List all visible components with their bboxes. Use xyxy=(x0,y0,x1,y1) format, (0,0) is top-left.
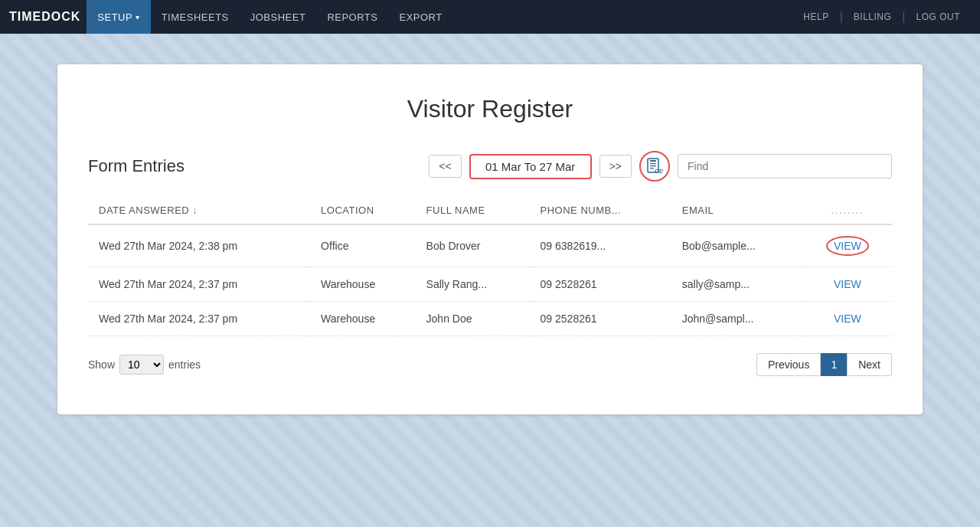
cell-email: John@sampl... xyxy=(671,302,803,336)
current-page: 1 xyxy=(821,353,847,376)
nav-timesheets[interactable]: TIMESHEETS xyxy=(151,0,240,34)
date-range-display: 01 Mar To 27 Mar xyxy=(469,154,592,179)
cell-view[interactable]: VIEW xyxy=(803,267,892,302)
toolbar: Form Entries << 01 Mar To 27 Mar >> CSV xyxy=(88,151,892,182)
next-date-button[interactable]: >> xyxy=(599,155,632,178)
cell-location: Warehouse xyxy=(310,267,415,302)
cell-view[interactable]: VIEW xyxy=(803,224,892,267)
nav-export[interactable]: EXPORT xyxy=(388,0,452,34)
cell-date: Wed 27th Mar 2024, 2:37 pm xyxy=(88,302,310,336)
cell-view[interactable]: VIEW xyxy=(803,302,892,336)
cell-email: Bob@sample... xyxy=(671,224,803,267)
entries-table: DATE ANSWERED ↓ LOCATION FULL NAME PHONE… xyxy=(88,197,892,336)
cell-phone: 09 2528261 xyxy=(530,267,671,302)
csv-export-button[interactable]: CSV xyxy=(639,151,670,182)
svg-rect-4 xyxy=(650,168,654,169)
svg-rect-1 xyxy=(650,160,656,162)
show-label: Show xyxy=(88,358,115,371)
setup-dropdown-arrow: ▾ xyxy=(136,13,140,21)
nav-help[interactable]: HELP xyxy=(792,0,839,34)
col-date-answered: DATE ANSWERED ↓ xyxy=(88,197,310,224)
cell-fullname: Sally Rang... xyxy=(416,267,530,302)
table-row: Wed 27th Mar 2024, 2:37 pm Warehouse Joh… xyxy=(88,302,892,336)
col-location: LOCATION xyxy=(310,197,415,224)
prev-date-button[interactable]: << xyxy=(429,155,461,178)
next-button[interactable]: Next xyxy=(847,353,892,376)
find-input[interactable] xyxy=(678,154,892,178)
nav-logout[interactable]: LOG OUT xyxy=(905,0,971,34)
entries-label: entries xyxy=(168,358,201,371)
cell-location: Warehouse xyxy=(310,302,415,336)
navbar: TIMEDOCK SETUP ▾ TIMESHEETS JOBSHEET REP… xyxy=(0,0,980,34)
svg-text:CSV: CSV xyxy=(655,169,663,174)
main-card: Visitor Register Form Entries << 01 Mar … xyxy=(57,64,923,414)
csv-icon: CSV xyxy=(646,158,663,175)
cell-phone: 09 2528261 xyxy=(530,302,671,336)
cell-phone: 09 6382619... xyxy=(530,224,671,267)
col-phone: PHONE NUMB... xyxy=(530,197,671,224)
page-title: Visitor Register xyxy=(88,95,892,123)
view-button[interactable]: VIEW xyxy=(826,236,869,256)
nav-reports[interactable]: REPORTS xyxy=(316,0,388,34)
cell-email: sally@samp... xyxy=(671,267,803,302)
cell-date: Wed 27th Mar 2024, 2:37 pm xyxy=(88,267,310,302)
table-row: Wed 27th Mar 2024, 2:38 pm Office Bob Dr… xyxy=(88,224,892,267)
nav-billing[interactable]: BILLING xyxy=(843,0,903,34)
table-row: Wed 27th Mar 2024, 2:37 pm Warehouse Sal… xyxy=(88,267,892,302)
previous-button[interactable]: Previous xyxy=(756,353,821,376)
cell-location: Office xyxy=(310,224,415,267)
col-full-name: FULL NAME xyxy=(416,197,530,224)
view-button[interactable]: VIEW xyxy=(834,313,861,325)
form-entries-label: Form Entries xyxy=(88,156,185,176)
svg-rect-3 xyxy=(650,165,656,166)
pagination-controls: Previous 1 Next xyxy=(756,353,892,376)
per-page-select[interactable]: 10 25 50 100 xyxy=(119,355,164,375)
cell-fullname: John Doe xyxy=(416,302,530,336)
brand-logo: TIMEDOCK xyxy=(9,10,80,24)
show-entries-control: Show 10 25 50 100 entries xyxy=(88,355,201,375)
cell-date: Wed 27th Mar 2024, 2:38 pm xyxy=(88,224,310,267)
col-actions: ........ xyxy=(803,197,892,224)
nav-setup[interactable]: SETUP ▾ xyxy=(87,0,150,34)
nav-jobsheet[interactable]: JOBSHEET xyxy=(240,0,317,34)
table-footer: Show 10 25 50 100 entries Previous 1 Nex… xyxy=(88,353,892,376)
cell-fullname: Bob Drover xyxy=(416,224,530,267)
svg-rect-2 xyxy=(650,163,656,164)
view-button[interactable]: VIEW xyxy=(834,278,861,290)
sort-arrow-date: ↓ xyxy=(192,205,198,216)
col-email: EMAIL xyxy=(671,197,803,224)
